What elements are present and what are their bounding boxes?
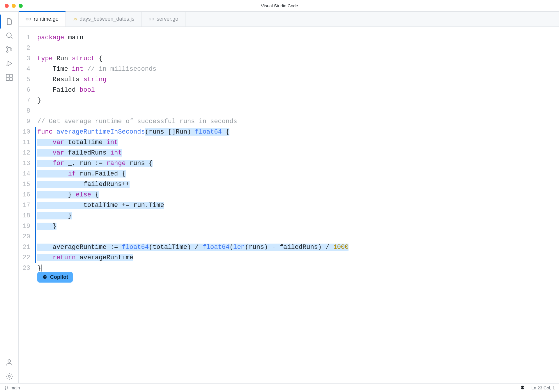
- code-line: 8: [19, 106, 559, 116]
- line-content[interactable]: } else {: [35, 190, 559, 200]
- diff-bar: [35, 137, 36, 148]
- status-bar: main Ln 23 Col, 1: [0, 383, 559, 392]
- svg-rect-7: [6, 78, 9, 80]
- line-number: 7: [19, 95, 35, 106]
- line-content[interactable]: // Get average runtime of successful run…: [35, 116, 559, 127]
- svg-point-0: [6, 33, 11, 38]
- close-window-button[interactable]: [5, 4, 9, 8]
- line-number: 11: [19, 137, 35, 148]
- svg-point-2: [6, 51, 8, 52]
- tab-label: runtime.go: [34, 16, 59, 22]
- line-number: 18: [19, 211, 35, 221]
- code-line: 5 Results string: [19, 75, 559, 85]
- line-content[interactable]: averageRuntime := float64(totalTime) / f…: [35, 242, 559, 253]
- diff-bar: [35, 211, 36, 221]
- line-content[interactable]: totalTime += run.Time: [35, 200, 559, 211]
- code-line: 2: [19, 43, 559, 54]
- line-number: 9: [19, 116, 35, 127]
- code-line: 15 failedRuns++: [19, 179, 559, 190]
- svg-point-10: [8, 375, 10, 377]
- line-number: 21: [19, 242, 35, 253]
- line-content[interactable]: [35, 43, 559, 54]
- cursor-position[interactable]: Ln 23 Col, 1: [531, 385, 555, 390]
- text-cursor: [41, 265, 42, 272]
- line-number: 3: [19, 54, 35, 64]
- code-line: 7}: [19, 95, 559, 106]
- line-content[interactable]: Time int // in milliseconds: [35, 64, 559, 75]
- line-content[interactable]: [35, 106, 559, 116]
- copilot-status-icon[interactable]: [520, 385, 526, 391]
- diff-bar: [35, 242, 36, 253]
- line-content[interactable]: failedRuns++: [35, 179, 559, 190]
- debug-icon[interactable]: [2, 56, 16, 70]
- maximize-window-button[interactable]: [19, 4, 23, 8]
- code-line: 3type Run struct {: [19, 54, 559, 64]
- line-content[interactable]: type Run struct {: [35, 54, 559, 64]
- line-content[interactable]: if run.Failed {: [35, 169, 559, 179]
- code-line: 23}: [19, 263, 559, 274]
- editor-tabs: GO runtime.go JS days_between_dates.js G…: [19, 12, 559, 27]
- code-line: 1package main: [19, 33, 559, 43]
- search-icon[interactable]: [2, 29, 16, 42]
- code-editor[interactable]: 1package main2 3type Run struct {4 Time …: [19, 27, 559, 383]
- line-content[interactable]: }: [35, 211, 559, 221]
- diff-bar: [35, 148, 36, 158]
- svg-point-12: [5, 389, 6, 389]
- tab-runtime-go[interactable]: GO runtime.go: [19, 12, 66, 26]
- code-line: 21 averageRuntime := float64(totalTime) …: [19, 242, 559, 253]
- line-number: 23: [19, 263, 35, 274]
- code-line: 6 Failed bool: [19, 85, 559, 95]
- go-file-icon: GO: [149, 17, 155, 21]
- line-number: 6: [19, 85, 35, 95]
- line-number: 8: [19, 106, 35, 116]
- diff-bar: [35, 158, 36, 169]
- line-content[interactable]: [35, 232, 559, 242]
- account-icon[interactable]: [2, 355, 16, 369]
- diff-bar: [35, 221, 36, 232]
- line-content[interactable]: }: [35, 263, 559, 274]
- diff-bar: [35, 232, 36, 242]
- activity-bar: [0, 12, 19, 383]
- settings-icon[interactable]: [2, 369, 16, 383]
- code-line: 18 }: [19, 211, 559, 221]
- minimize-window-button[interactable]: [12, 4, 16, 8]
- branch-name: main: [10, 385, 20, 390]
- code-line: 9// Get average runtime of successful ru…: [19, 116, 559, 127]
- line-content[interactable]: Failed bool: [35, 85, 559, 95]
- line-content[interactable]: func averageRuntimeInSeconds(runs []Run)…: [35, 127, 559, 137]
- source-control-icon[interactable]: [2, 42, 16, 56]
- svg-point-1: [6, 47, 8, 48]
- branch-icon: [4, 386, 9, 390]
- line-content[interactable]: }: [35, 95, 559, 106]
- diff-bar: [35, 127, 36, 137]
- line-number: 1: [19, 33, 35, 43]
- line-content[interactable]: }: [35, 221, 559, 232]
- line-content[interactable]: var totalTime int: [35, 137, 559, 148]
- line-content[interactable]: return averageRuntime: [35, 253, 559, 263]
- line-content[interactable]: for _, run := range runs {: [35, 158, 559, 169]
- explorer-icon[interactable]: [2, 15, 16, 29]
- line-number: 17: [19, 200, 35, 211]
- svg-point-9: [8, 360, 10, 362]
- copilot-icon: [42, 274, 48, 280]
- svg-rect-8: [10, 78, 12, 80]
- svg-point-3: [10, 49, 12, 50]
- tab-label: server.go: [157, 16, 178, 22]
- copilot-badge[interactable]: Copilot: [37, 272, 73, 283]
- line-number: 14: [19, 169, 35, 179]
- line-content[interactable]: Results string: [35, 75, 559, 85]
- code-line: 12 var failedRuns int: [19, 148, 559, 158]
- code-line: 4 Time int // in milliseconds: [19, 64, 559, 75]
- line-number: 20: [19, 232, 35, 242]
- line-content[interactable]: package main: [35, 33, 559, 43]
- tab-server-go[interactable]: GO server.go: [142, 12, 186, 26]
- extensions-icon[interactable]: [2, 70, 16, 84]
- svg-point-4: [6, 65, 7, 66]
- line-number: 15: [19, 179, 35, 190]
- branch-indicator[interactable]: main: [4, 385, 20, 390]
- line-number: 2: [19, 43, 35, 54]
- line-content[interactable]: var failedRuns int: [35, 148, 559, 158]
- tab-days-between-dates-js[interactable]: JS days_between_dates.js: [66, 12, 142, 26]
- svg-rect-5: [6, 75, 9, 77]
- diff-bar: [35, 253, 36, 263]
